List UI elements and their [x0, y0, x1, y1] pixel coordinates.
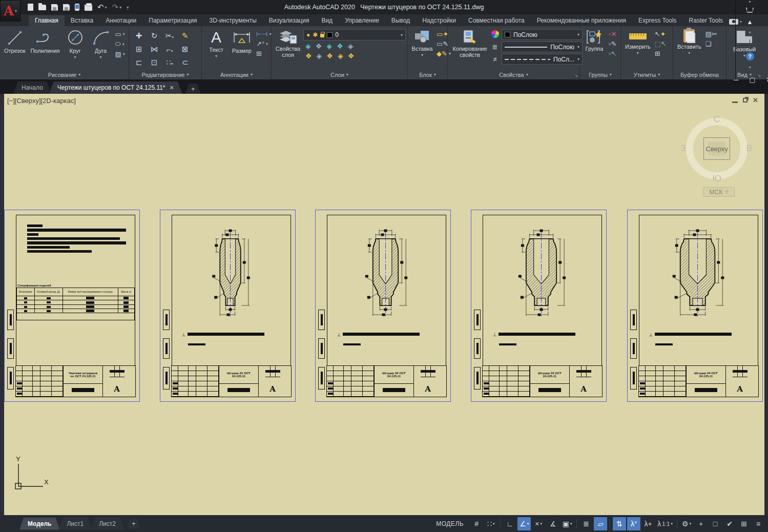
stretch-button[interactable]: ⊏ — [136, 58, 142, 67]
object-snap-tracking-toggle[interactable]: ∡ — [546, 517, 559, 530]
explode-button[interactable]: ⊠ — [182, 45, 189, 54]
fillet-button[interactable]: ⌐▾ — [167, 45, 173, 54]
ortho-toggle[interactable]: ∟ — [503, 517, 516, 530]
selection-cycling-toggle[interactable]: ⇅ — [613, 517, 626, 530]
ribbon-tab-1[interactable]: Главная — [29, 15, 65, 26]
lineweight-toggle[interactable]: ≣ — [579, 517, 593, 530]
ucs-selector-button[interactable]: МСК▽ — [703, 187, 735, 197]
insert-block-button[interactable]: Вставка▾ — [410, 28, 434, 58]
layer-turn-on-all-button[interactable]: ❖ — [305, 52, 312, 60]
app-store-caret-icon[interactable]: ▾ — [749, 30, 751, 35]
panel-label-utilities[interactable]: Утилиты▾ — [621, 70, 673, 79]
window-maximize-button[interactable]: ▢ — [745, 74, 760, 86]
linetype-dropdown[interactable]: ПоСл...▾ — [502, 54, 583, 65]
ellipse-tool-button[interactable]: ⬭▾ — [115, 40, 125, 48]
sheet-drawing-3[interactable]: ⊥Штуцер 03 ОСТ 24.125.11A — [471, 210, 607, 402]
linear-dimension-button[interactable]: ⊢⊣▾ — [256, 30, 272, 38]
new-layout-button[interactable]: + — [127, 519, 140, 529]
doc-minimize-icon[interactable] — [732, 101, 738, 103]
ribbon-tab-4[interactable]: Параметризация — [142, 15, 203, 26]
open-from-web-mobile-button[interactable] — [75, 4, 79, 11]
compass-east[interactable]: В — [746, 144, 752, 154]
cut-button[interactable]: ▤✂ — [705, 30, 717, 38]
annotation-autoscale-toggle[interactable]: λ+ — [641, 517, 655, 530]
viewport-controls-label[interactable]: [−][Сверху][2D-каркас] — [7, 97, 76, 105]
sign-in-caret-icon[interactable]: ▾ — [749, 0, 751, 4]
snap-toggle[interactable]: ∷▾ — [484, 517, 497, 530]
layer-off-button[interactable]: ◈ — [305, 42, 311, 50]
layer-unisolate-button[interactable]: ◈ — [317, 52, 322, 60]
ribbon-tab-7[interactable]: Вид — [315, 15, 339, 26]
new-file-button[interactable] — [28, 4, 33, 11]
layer-properties-button[interactable]: Свойства слоя — [274, 28, 302, 59]
offset-button[interactable]: ⊂ — [182, 58, 189, 67]
paste-button[interactable]: Вставить▾ — [675, 28, 703, 56]
sheet-drawing-2[interactable]: ⊥Штуцер 02 ОСТ 24.125.11A — [315, 210, 451, 402]
table-button[interactable]: ⊞ — [256, 50, 272, 57]
annotation-scale-button[interactable]: λ1:1▾ — [656, 517, 674, 530]
ribbon-tab-3[interactable]: Аннотации — [99, 15, 142, 26]
quick-calculator-button[interactable]: ⊞ — [655, 50, 667, 57]
window-minimize-button[interactable]: ─ — [729, 74, 743, 86]
ribbon-tab-9[interactable]: Вывод — [385, 15, 416, 26]
layer-isolate-button[interactable]: ❖ — [316, 42, 322, 50]
panel-label-properties[interactable]: Свойства▾↘ — [448, 70, 579, 79]
undo-button[interactable]: ↶▾ — [97, 3, 107, 12]
isodraft-toggle[interactable]: ×▾ — [532, 517, 545, 530]
rectangle-tool-button[interactable]: ▭▾ — [115, 30, 125, 38]
ribbon-tab-8[interactable]: Управление — [339, 15, 385, 26]
view-cube[interactable]: С В Ю З Сверху — [683, 115, 750, 182]
doc-close-icon[interactable]: ✕ — [753, 96, 758, 104]
transparency-toggle[interactable]: ▱ — [594, 517, 607, 530]
application-menu-button[interactable]: A ▾ — [0, 0, 20, 22]
erase-button[interactable]: ✎ — [182, 31, 189, 40]
isolate-objects[interactable]: □ — [709, 517, 722, 530]
layer-dropdown[interactable]: ● ✱ 0 ▾ — [303, 29, 406, 40]
compass-west[interactable]: З — [680, 144, 686, 154]
model-space-button[interactable]: МОДЕЛЬ — [431, 520, 469, 527]
mirror-button[interactable]: ⋈ — [151, 45, 158, 54]
polar-tracking-toggle[interactable]: ∠▾ — [517, 517, 531, 530]
measure-button[interactable]: Измерить▾ — [623, 28, 653, 56]
ribbon-tab-10[interactable]: Надстройки — [416, 15, 462, 26]
group-selection-button[interactable]: ▫↖ — [609, 50, 617, 57]
layout-tab-model[interactable]: Модель — [19, 518, 59, 530]
hatch-tool-button[interactable]: ▨▾ — [115, 50, 125, 58]
line-button[interactable]: Отрезок — [2, 28, 27, 55]
ribbon-tab-14[interactable]: Raster Tools — [683, 15, 729, 26]
layer-current-button[interactable]: ❖ — [348, 52, 355, 60]
save-as-button[interactable] — [63, 4, 70, 11]
crosshair-toggle[interactable]: + — [694, 517, 708, 530]
group-edit-button[interactable]: ▫✎ — [609, 40, 617, 48]
layer-lock-button[interactable]: ❖ — [337, 42, 343, 50]
ribbon-tab-11[interactable]: Совместная работа — [462, 15, 531, 26]
help-caret-icon[interactable]: ▾ — [749, 65, 751, 70]
leader-button[interactable]: ↗°▾ — [256, 40, 272, 48]
panel-label-block[interactable]: Блок▾ — [408, 70, 447, 79]
layer-thaw-all-button[interactable]: ❖ — [326, 52, 333, 60]
circle-button[interactable]: Круг▾ — [63, 28, 88, 60]
layer-match-button[interactable]: ◈ — [348, 42, 354, 50]
save-button[interactable] — [51, 4, 58, 11]
match-properties-button[interactable]: Копирование свойств — [450, 28, 490, 59]
customize-qat-button[interactable]: ▾̱ — [127, 5, 129, 10]
workspace-gear[interactable]: ⚙▾ — [680, 517, 693, 530]
panel-label-draw[interactable]: Рисование▾ — [0, 70, 129, 79]
panel-label-clipboard[interactable]: Буфер обмена — [673, 70, 726, 79]
ribbon-tab-13[interactable]: Express Tools — [632, 15, 682, 26]
object-snap-toggle[interactable]: ▣▾ — [561, 517, 574, 530]
compass-north[interactable]: С — [714, 114, 720, 125]
panel-label-modify[interactable]: Редактирование▾ — [129, 70, 201, 79]
full-screen-toggle[interactable]: ⊞ — [737, 517, 751, 530]
store-cart-icon[interactable] — [746, 8, 754, 13]
arc-button[interactable]: Дуга▾ — [89, 28, 113, 60]
window-close-button[interactable]: ✕ — [762, 74, 768, 86]
annotation-visibility-toggle[interactable]: λ° — [627, 517, 640, 530]
view-cube-top-face[interactable]: Сверху — [703, 137, 730, 160]
doc-restore-icon[interactable] — [743, 98, 748, 103]
panel-label-groups[interactable]: Группы▾ — [580, 70, 620, 79]
text-button[interactable]: A Текст▾ — [204, 28, 229, 59]
group-button[interactable]: Группа — [582, 28, 607, 53]
dialog-launcher-icon[interactable]: ↘ — [574, 73, 578, 78]
new-drawing-tab-button[interactable]: + — [185, 84, 201, 94]
